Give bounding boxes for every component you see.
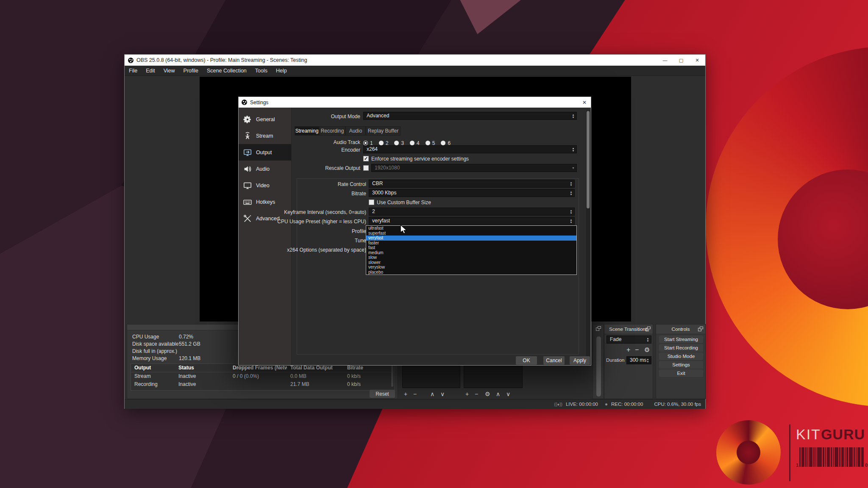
kitguru-barcode — [799, 447, 864, 469]
cpu-preset-select[interactable]: veryfast ▲▼ — [369, 217, 575, 225]
remove-source-button[interactable]: − — [475, 389, 478, 399]
maximize-button[interactable]: ▢ — [673, 55, 689, 66]
bitrate-spinbox[interactable]: 3000 Kbps ▲▼ — [369, 189, 575, 197]
menu-scene-collection[interactable]: Scene Collection — [203, 66, 251, 75]
option-medium[interactable]: medium — [366, 250, 576, 255]
menu-bar: File Edit View Profile Scene Collection … — [125, 66, 705, 76]
output-mode-select[interactable]: Advanced ▲▼ — [363, 112, 577, 120]
volume-slider[interactable] — [596, 336, 601, 396]
source-down-button[interactable]: ∨ — [506, 389, 510, 399]
sidebar-label: Output — [256, 150, 272, 155]
encoder-select[interactable]: x264 ▲▼ — [363, 145, 577, 153]
option-fast[interactable]: fast — [366, 245, 576, 250]
settings-close-icon[interactable]: ✕ — [578, 100, 591, 105]
remove-scene-button[interactable]: − — [413, 389, 417, 399]
spinner[interactable]: ▲▼ — [645, 357, 650, 363]
menu-help[interactable]: Help — [272, 66, 291, 75]
tab-audio[interactable]: Audio — [345, 126, 366, 136]
dock-float-icon[interactable] — [596, 326, 601, 331]
spinner[interactable]: ▲▼ — [571, 146, 576, 152]
option-superfast[interactable]: superfast — [366, 231, 576, 236]
sidebar-item-audio[interactable]: Audio — [239, 161, 291, 177]
add-source-button[interactable]: + — [465, 389, 469, 399]
kitguru-logo-ball-core — [737, 441, 760, 464]
table-scrollbar[interactable] — [391, 366, 393, 387]
tab-streaming[interactable]: Streaming — [295, 126, 319, 136]
tab-replay-buffer[interactable]: Replay Buffer — [366, 126, 401, 136]
tab-recording[interactable]: Recording — [319, 126, 345, 136]
minimize-button[interactable]: — — [657, 55, 673, 66]
add-scene-button[interactable]: + — [404, 389, 407, 399]
rate-control-select[interactable]: CBR ▲▼ — [369, 180, 575, 188]
start-recording-button[interactable]: Start Recording — [659, 344, 703, 352]
obs-logo-icon — [128, 58, 134, 63]
spinner[interactable]: ▲▼ — [569, 180, 573, 187]
dialog-scrollbar-thumb[interactable] — [587, 111, 590, 208]
spinner[interactable]: ▲▼ — [569, 190, 573, 196]
add-transition-button[interactable]: + — [626, 345, 630, 355]
transition-gear-icon[interactable]: ⚙ — [644, 345, 650, 355]
radio-track-2[interactable] — [379, 141, 384, 145]
radio-track-6[interactable] — [441, 141, 445, 145]
menu-view[interactable]: View — [159, 66, 179, 75]
radio-track-5[interactable] — [426, 141, 430, 145]
scene-down-button[interactable]: ∨ — [440, 389, 445, 399]
dock-float-icon[interactable] — [645, 327, 651, 331]
enforce-checkbox[interactable]: ✓ — [363, 156, 369, 161]
output-mode-label: Output Mode — [298, 113, 360, 121]
radio-track-4[interactable] — [410, 141, 415, 145]
start-streaming-button[interactable]: Start Streaming — [659, 336, 703, 343]
radio-track-3[interactable] — [394, 141, 399, 145]
scene-up-button[interactable]: ∧ — [430, 389, 434, 399]
settings-dialog: Settings ✕ General Stream Output Audio — [238, 97, 591, 366]
option-slower[interactable]: slower — [366, 260, 576, 265]
custom-buffer-checkbox[interactable] — [369, 200, 374, 205]
cell: 0 / 0 (0.0%) — [229, 372, 287, 380]
option-placebo[interactable]: placebo — [366, 270, 576, 275]
option-veryfast[interactable]: veryfast — [366, 236, 576, 241]
rescale-select[interactable]: 1920x1080 ▼ — [371, 164, 577, 172]
menu-tools[interactable]: Tools — [251, 66, 272, 75]
menu-profile[interactable]: Profile — [179, 66, 203, 75]
scenes-list[interactable] — [402, 366, 460, 388]
spinner[interactable]: ▲▼ — [569, 208, 573, 215]
spinner[interactable]: ▲▼ — [569, 218, 573, 224]
exit-button[interactable]: Exit — [659, 369, 703, 377]
scene-transitions-header[interactable]: Scene Transitions — [604, 324, 653, 334]
option-veryslow[interactable]: veryslow — [366, 265, 576, 270]
source-properties-gear-icon[interactable]: ⚙ — [485, 389, 490, 399]
duration-spinbox[interactable]: 300 ms ▲▼ — [626, 356, 651, 364]
menu-file[interactable]: File — [125, 66, 142, 75]
gear-icon — [243, 115, 252, 124]
studio-mode-button[interactable]: Studio Mode — [659, 352, 703, 360]
option-ultrafast[interactable]: ultrafast — [366, 226, 576, 231]
sources-list[interactable] — [464, 366, 523, 388]
reset-button[interactable]: Reset — [370, 390, 395, 398]
close-button[interactable]: ✕ — [689, 55, 705, 66]
rec-dot-icon: ● — [605, 402, 608, 407]
dock-float-icon[interactable] — [698, 327, 703, 331]
cancel-button[interactable]: Cancel — [543, 356, 565, 365]
option-faster[interactable]: faster — [366, 241, 576, 246]
transition-select[interactable]: Fade ▲▼ — [606, 336, 651, 344]
cell: Stream — [131, 372, 175, 380]
sidebar-item-general[interactable]: General — [239, 111, 291, 128]
menu-edit[interactable]: Edit — [142, 66, 159, 75]
apply-button[interactable]: Apply — [570, 356, 590, 365]
settings-button[interactable]: Settings — [659, 361, 703, 369]
rescale-checkbox[interactable] — [363, 165, 369, 171]
sidebar-item-stream[interactable]: Stream — [239, 128, 291, 144]
option-slow[interactable]: slow — [366, 255, 576, 260]
ok-button[interactable]: OK — [516, 356, 537, 365]
source-up-button[interactable]: ∧ — [496, 389, 500, 399]
remove-transition-button[interactable]: − — [635, 345, 639, 355]
settings-title: Settings — [250, 100, 268, 105]
spinner[interactable]: ▲▼ — [645, 336, 650, 343]
keyframe-spinbox[interactable]: 2 ▲▼ — [369, 208, 575, 216]
sidebar-item-output[interactable]: Output — [239, 144, 291, 161]
scene-transitions-dock: Scene Transitions Fade ▲▼ + − ⚙ Duration… — [604, 324, 653, 399]
spinner[interactable]: ▲▼ — [571, 113, 576, 119]
radio-track-1[interactable] — [363, 141, 368, 145]
controls-header[interactable]: Controls — [656, 324, 705, 334]
encoder-label: Encoder — [298, 146, 360, 154]
